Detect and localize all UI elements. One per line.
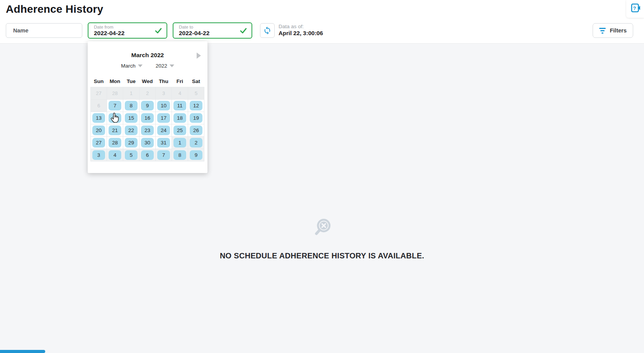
- calendar-day-cell[interactable]: 16: [139, 112, 156, 124]
- calendar-day-button[interactable]: 17: [157, 113, 170, 123]
- calendar-day-cell[interactable]: 28: [107, 136, 123, 149]
- filters-button[interactable]: Filters: [593, 23, 633, 38]
- calendar-day-cell[interactable]: 17: [156, 112, 172, 124]
- calendar-day-cell[interactable]: 8: [123, 99, 139, 112]
- calendar-day-button[interactable]: 19: [190, 113, 202, 123]
- year-select-value: 2022: [156, 63, 167, 69]
- calendar-day-button[interactable]: 2: [190, 138, 202, 148]
- horizontal-scrollbar-thumb[interactable]: [0, 350, 45, 353]
- calendar-day-cell[interactable]: 2: [188, 136, 204, 149]
- refresh-button[interactable]: [260, 23, 275, 38]
- calendar-day-cell[interactable]: 14: [107, 112, 123, 124]
- header-toolbar: Adherence History Date from 2022-04-22 D…: [0, 0, 644, 43]
- calendar-day-button[interactable]: 11: [173, 101, 186, 110]
- calendar-day-header: Thu: [156, 76, 172, 87]
- calendar-day-button[interactable]: 3: [92, 150, 105, 160]
- calendar-day-button[interactable]: 25: [173, 126, 186, 135]
- calendar-day-button[interactable]: 15: [125, 113, 138, 123]
- calendar-day-button[interactable]: 7: [157, 150, 170, 160]
- calendar-day-button[interactable]: 24: [157, 126, 170, 135]
- contextual-help-icon: ?: [630, 3, 641, 13]
- calendar-day-button[interactable]: 28: [109, 138, 121, 148]
- calendar-day-cell[interactable]: 23: [139, 124, 156, 136]
- next-month-arrow-icon[interactable]: [197, 53, 201, 59]
- calendar-day-cell[interactable]: 6: [139, 149, 156, 161]
- calendar-week-row: 272829303112: [91, 136, 204, 149]
- calendar-day-cell[interactable]: 9: [139, 99, 156, 112]
- calendar-day-button[interactable]: 7: [109, 101, 121, 110]
- calendar-week-row: 13141516171819: [91, 112, 204, 124]
- month-select-value: March: [121, 63, 136, 69]
- svg-text:?: ?: [633, 5, 636, 11]
- calendar-day-button[interactable]: 8: [125, 101, 138, 110]
- calendar-day-cell[interactable]: 25: [172, 124, 188, 136]
- calendar-day-cell[interactable]: 22: [123, 124, 139, 136]
- calendar-day-button[interactable]: 18: [173, 113, 186, 123]
- calendar-day-button[interactable]: 31: [157, 138, 170, 148]
- calendar-day-cell: 5: [188, 87, 204, 99]
- calendar-day-cell[interactable]: 3: [91, 149, 107, 161]
- calendar-day-cell[interactable]: 15: [123, 112, 139, 124]
- calendar-day-button[interactable]: 20: [92, 126, 105, 135]
- calendar-day-cell[interactable]: 12: [188, 99, 204, 112]
- month-select[interactable]: March: [121, 63, 143, 69]
- calendar-week-row: 3456789: [91, 149, 204, 161]
- calendar-day-button[interactable]: 13: [92, 113, 105, 123]
- calendar-day-button[interactable]: 30: [141, 138, 154, 148]
- calendar-day-cell[interactable]: 18: [172, 112, 188, 124]
- calendar-day-header: Wed: [139, 76, 156, 87]
- calendar-day-cell[interactable]: 4: [107, 149, 123, 161]
- calendar-day-button[interactable]: 21: [109, 126, 121, 135]
- calendar-day-button[interactable]: 4: [109, 150, 121, 160]
- calendar-day-button[interactable]: 6: [141, 150, 154, 160]
- name-filter-input[interactable]: [6, 23, 82, 38]
- date-to-value: 2022-04-22: [179, 30, 209, 37]
- calendar-day-button[interactable]: 9: [141, 101, 154, 110]
- calendar-day-header: Mon: [107, 76, 123, 87]
- calendar-day-cell[interactable]: 11: [172, 99, 188, 112]
- calendar-day-button[interactable]: 5: [125, 150, 138, 160]
- calendar-day-button[interactable]: 26: [190, 126, 202, 135]
- calendar-day-button[interactable]: 12: [190, 101, 202, 110]
- calendar-day-cell[interactable]: 5: [123, 149, 139, 161]
- calendar-day-button[interactable]: 16: [141, 113, 154, 123]
- calendar-day-button[interactable]: 9: [190, 150, 202, 160]
- calendar-day-cell[interactable]: 30: [139, 136, 156, 149]
- calendar-day-cell[interactable]: 7: [107, 99, 123, 112]
- calendar-day-cell[interactable]: 1: [172, 136, 188, 149]
- calendar-day-cell[interactable]: 24: [156, 124, 172, 136]
- calendar-day-cell[interactable]: 27: [91, 136, 107, 149]
- calendar-week-row: 20212223242526: [91, 124, 204, 136]
- filters-button-label: Filters: [610, 27, 627, 34]
- year-select[interactable]: 2022: [156, 63, 174, 69]
- calendar-day-button[interactable]: 8: [173, 150, 186, 160]
- data-as-of: Data as of: April 22, 3:00:06: [279, 23, 323, 37]
- calendar-day-button[interactable]: 14: [109, 113, 121, 123]
- calendar-day-button[interactable]: 10: [157, 101, 170, 110]
- calendar-grid-body: 2728123456789101112131415161718192021222…: [91, 87, 204, 161]
- calendar-day-cell[interactable]: 21: [107, 124, 123, 136]
- calendar-day-cell[interactable]: 20: [91, 124, 107, 136]
- calendar-day-button[interactable]: 22: [125, 126, 138, 135]
- date-to-field[interactable]: Date to 2022-04-22: [173, 22, 252, 39]
- date-picker-popup: March 2022 March 2022 SunMonTueWedThuFri…: [88, 41, 207, 173]
- calendar-day-cell[interactable]: 26: [188, 124, 204, 136]
- calendar-day-cell[interactable]: 19: [188, 112, 204, 124]
- date-from-field[interactable]: Date from 2022-04-22: [88, 22, 167, 39]
- data-as-of-value: April 22, 3:00:06: [279, 30, 323, 37]
- chevron-down-icon: [170, 64, 174, 67]
- calendar-day-button[interactable]: 1: [173, 138, 186, 148]
- calendar-day-cell[interactable]: 29: [123, 136, 139, 149]
- search-no-results-icon: [312, 218, 332, 240]
- calendar-day-cell[interactable]: 31: [156, 136, 172, 149]
- calendar-day-cell[interactable]: 7: [156, 149, 172, 161]
- help-button[interactable]: ?: [626, 0, 644, 18]
- calendar-day-cell[interactable]: 10: [156, 99, 172, 112]
- filter-icon: [599, 28, 606, 34]
- calendar-day-cell[interactable]: 9: [188, 149, 204, 161]
- calendar-day-button[interactable]: 23: [141, 126, 154, 135]
- calendar-day-button[interactable]: 27: [92, 138, 105, 148]
- calendar-day-cell[interactable]: 13: [91, 112, 107, 124]
- calendar-day-button[interactable]: 29: [125, 138, 138, 148]
- calendar-day-cell[interactable]: 8: [172, 149, 188, 161]
